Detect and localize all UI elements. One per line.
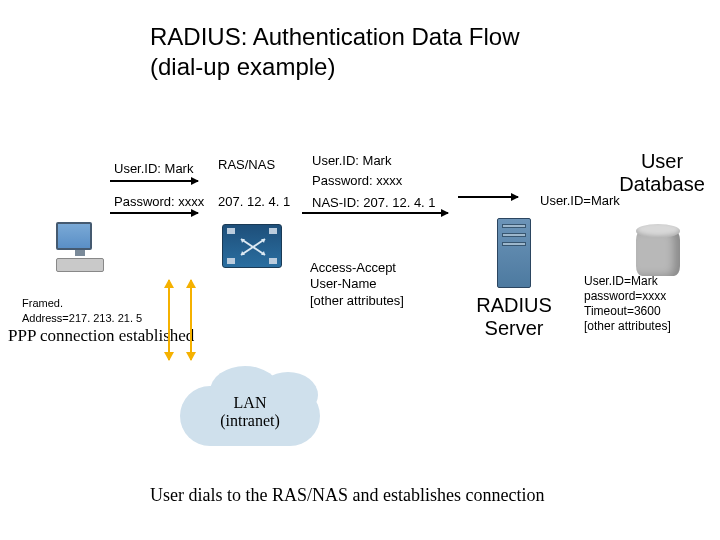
client-userid-label: User.ID: Mark [114, 160, 193, 178]
req-nasid: NAS-ID: 207. 12. 4. 1 [312, 194, 436, 212]
title-line-1: RADIUS: Authentication Data Flow [150, 23, 520, 50]
user-database-icon [636, 224, 680, 274]
arrow-nasid [302, 212, 448, 214]
radius-server-label: RADIUSServer [472, 294, 556, 340]
req-password: Password: xxxx [312, 172, 402, 190]
arrow-query [458, 196, 518, 198]
framed-address: Framed.Address=217. 213. 21. 5 [22, 296, 142, 326]
diagram-caption: User dials to the RAS/NAS and establishe… [150, 485, 544, 506]
arrow-client-credentials [110, 180, 198, 182]
page-title: RADIUS: Authentication Data Flow (dial-u… [150, 22, 520, 82]
client-password-label: Password: xxxx [114, 193, 204, 211]
ppp-connection-label: PPP connection established [8, 325, 194, 348]
updown-arrow-1 [168, 280, 170, 360]
db-result: User.ID=Mark password=xxxx Timeout=3600 … [584, 274, 671, 334]
title-line-2: (dial-up example) [150, 53, 335, 80]
ras-nas-device-icon [222, 224, 282, 268]
updown-arrow-2 [190, 280, 192, 360]
access-accept: Access-Accept User-Name [other attribute… [310, 260, 404, 309]
ras-nas-ip: 207. 12. 4. 1 [218, 193, 290, 211]
client-pc-icon [56, 222, 104, 272]
ras-nas-label: RAS/NAS [218, 156, 275, 174]
db-query: User.ID=Mark [540, 192, 620, 210]
user-database-label: UserDatabase [612, 150, 712, 196]
lan-cloud-label: LAN(intranet) [180, 394, 320, 430]
arrow-client-credentials-2 [110, 212, 198, 214]
radius-server-icon [497, 218, 531, 288]
req-userid: User.ID: Mark [312, 152, 391, 170]
